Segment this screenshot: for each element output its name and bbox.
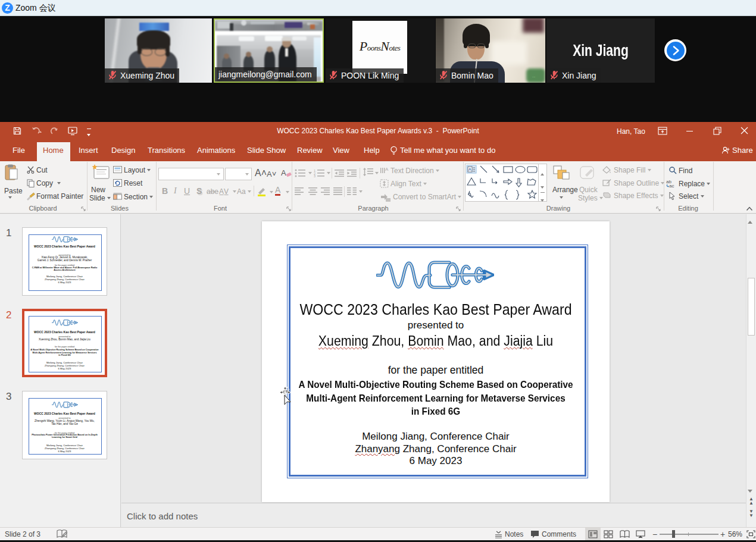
svg-text:ac: ac xyxy=(669,183,674,187)
svg-text:A: A xyxy=(468,167,471,171)
svg-text:A: A xyxy=(385,167,389,172)
svg-text:3: 3 xyxy=(314,174,315,177)
svg-text:A: A xyxy=(281,168,286,177)
